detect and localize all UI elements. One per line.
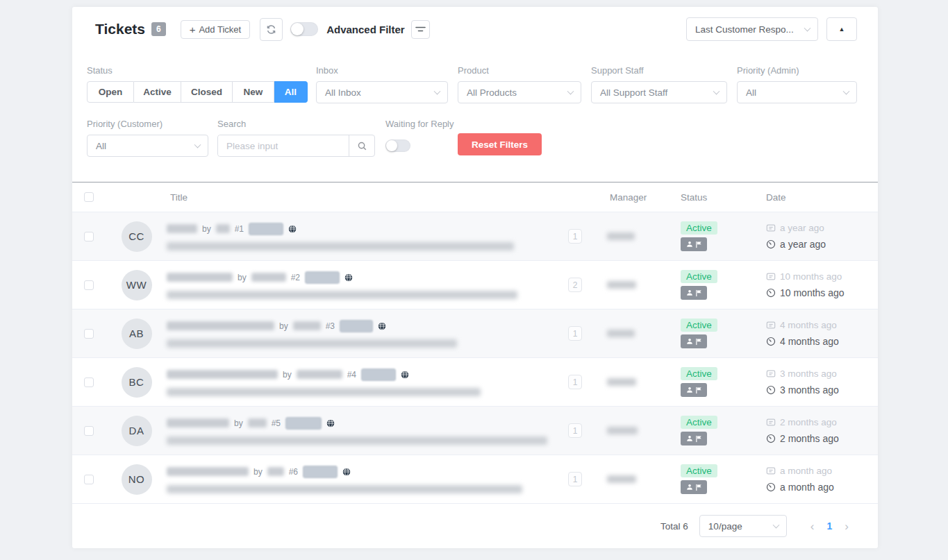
inbox-select-value: All Inbox [325, 87, 361, 98]
flag-icon [695, 289, 702, 297]
globe-icon [342, 468, 351, 476]
row-checkbox[interactable] [84, 475, 94, 484]
row-checkbox[interactable] [84, 232, 94, 241]
product-select[interactable]: All Products [458, 81, 581, 103]
by-label: by [253, 467, 263, 477]
status-badge: Active [681, 416, 717, 429]
chevron-down-icon [804, 25, 811, 32]
globe-icon [401, 371, 409, 379]
status-badge: Active [681, 464, 717, 477]
tickets-table: Title Manager Status Date CC by #1 [72, 182, 878, 504]
redacted-author [251, 273, 286, 282]
table-row[interactable]: AB by #3 1 Active [72, 309, 878, 358]
redacted-excerpt [167, 339, 457, 348]
sort-select[interactable]: Last Customer Respo... [686, 17, 818, 41]
total-count: Total 6 [660, 521, 688, 532]
redacted-manager [607, 330, 635, 337]
next-page-button[interactable]: › [838, 520, 856, 532]
clock-icon [766, 482, 776, 492]
assignee-flag-badge [681, 334, 707, 348]
response-count-badge: 1 [568, 375, 582, 389]
assignee-flag-badge [681, 432, 707, 446]
page-number[interactable]: 1 [822, 520, 838, 532]
search-icon [357, 141, 367, 151]
filter-settings-button[interactable] [411, 20, 430, 39]
status-option-active[interactable]: Active [134, 81, 181, 103]
reset-filters-button[interactable]: Reset Filters [458, 133, 542, 155]
search-input[interactable] [218, 135, 349, 156]
collapse-filters-button[interactable]: ▲ [826, 17, 857, 41]
product-select-value: All Products [467, 87, 517, 98]
status-option-closed[interactable]: Closed [181, 81, 233, 103]
created-line: a year ago [766, 239, 866, 250]
search-button[interactable] [349, 135, 374, 156]
person-icon [686, 435, 693, 442]
status-option-all[interactable]: All [274, 81, 308, 103]
advanced-filter-toggle[interactable] [290, 22, 318, 36]
status-option-open[interactable]: Open [87, 81, 134, 103]
last-reply-line: a year ago [766, 223, 866, 233]
redacted-excerpt [167, 485, 522, 493]
filters-section: Status Open Active Closed New All Inbox … [72, 51, 878, 182]
avatar: BC [122, 367, 152, 398]
comment-icon [766, 369, 776, 379]
globe-icon [326, 419, 335, 427]
response-count-badge: 1 [568, 423, 582, 438]
clock-icon [766, 239, 776, 249]
created-time: 10 months ago [780, 287, 845, 298]
redacted-title [167, 418, 229, 427]
created-line: 4 months ago [766, 336, 866, 347]
assignee-flag-badge [681, 383, 707, 397]
redacted-title [167, 273, 233, 282]
support-staff-filter-group: Support Staff All Support Staff [591, 65, 727, 103]
status-option-new[interactable]: New [233, 81, 274, 103]
column-header-manager: Manager [568, 192, 681, 203]
last-reply-line: 2 months ago [766, 417, 866, 427]
per-page-select[interactable]: 10/page [699, 515, 787, 537]
select-all-checkbox[interactable] [84, 192, 94, 202]
column-header-title: Title [167, 192, 568, 203]
priority-admin-select[interactable]: All [737, 81, 857, 103]
clock-icon [766, 385, 776, 395]
table-row[interactable]: BC by #4 1 Active [72, 358, 878, 407]
status-badge: Active [681, 270, 717, 283]
redacted-tag [361, 368, 396, 381]
advanced-filter-label: Advanced Filter [326, 24, 405, 35]
redacted-tag [249, 223, 283, 235]
priority-customer-select[interactable]: All [87, 135, 208, 157]
redacted-manager [607, 427, 638, 434]
toggle-knob [386, 140, 397, 151]
avatar: CC [122, 221, 152, 252]
table-header-row: Title Manager Status Date [72, 183, 878, 212]
row-checkbox[interactable] [84, 329, 94, 339]
by-label: by [283, 370, 292, 380]
add-ticket-label: Add Ticket [199, 24, 241, 35]
table-row[interactable]: NO by #6 1 Active [72, 455, 878, 504]
redacted-manager [607, 378, 636, 386]
last-reply-line: 10 months ago [766, 271, 866, 282]
status-badge: Active [681, 367, 717, 380]
table-row[interactable]: DA by #5 1 Active [72, 407, 878, 455]
flag-icon [695, 435, 702, 443]
search-input-group [217, 135, 375, 157]
support-staff-select[interactable]: All Support Staff [591, 81, 727, 103]
prev-page-button[interactable]: ‹ [804, 520, 822, 532]
refresh-icon [266, 24, 276, 35]
waiting-for-reply-toggle[interactable] [385, 139, 410, 152]
table-row[interactable]: CC by #1 1 Active [72, 212, 878, 261]
redacted-tag [303, 466, 338, 478]
redacted-title [167, 370, 278, 379]
redacted-excerpt [167, 388, 481, 396]
row-checkbox[interactable] [84, 426, 94, 436]
table-row[interactable]: WW by #2 2 Active [72, 261, 878, 309]
created-time: 4 months ago [780, 336, 839, 347]
refresh-button[interactable] [260, 18, 283, 41]
ticket-number: #6 [289, 467, 298, 477]
inbox-select[interactable]: All Inbox [316, 81, 448, 103]
row-checkbox[interactable] [84, 280, 94, 290]
status-segmented-control: Open Active Closed New All [87, 81, 308, 103]
avatar: DA [122, 416, 152, 446]
toggle-knob [291, 23, 303, 35]
add-ticket-button[interactable]: + Add Ticket [181, 20, 250, 39]
row-checkbox[interactable] [84, 377, 94, 387]
